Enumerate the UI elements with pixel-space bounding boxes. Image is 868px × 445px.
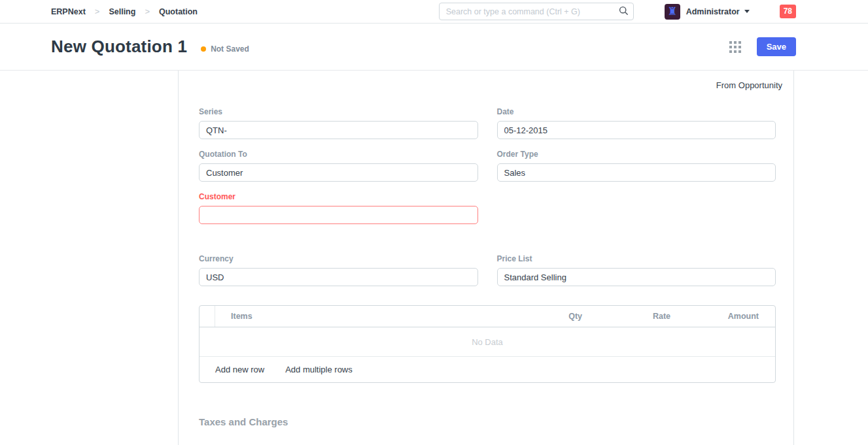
add-multiple-rows-button[interactable]: Add multiple rows [285,365,353,374]
rate-column-header: Rate [582,312,670,321]
customer-input[interactable] [199,206,478,224]
series-label: Series [199,107,478,116]
page-title: New Quotation 1 [51,37,187,57]
breadcrumb-erpnext[interactable]: ERPNext [51,7,86,16]
form-page-body: From Opportunity Series Date Quotation T… [178,71,794,445]
order-type-label: Order Type [497,150,776,159]
items-table: Items Qty Rate Amount No Data Add new ro… [199,305,776,383]
customer-label: Customer [199,192,478,201]
user-avatar: ♜ [665,4,680,20]
status-indicator: Not Saved [201,44,249,54]
empty-cell [497,192,776,235]
row-index-column [200,306,215,327]
section-spacer [199,235,776,254]
items-table-empty-state: No Data [200,327,775,357]
field-quotation-to: Quotation To [199,150,478,182]
save-button[interactable]: Save [757,37,796,56]
from-opportunity-link[interactable]: From Opportunity [716,80,782,90]
page-head: New Quotation 1 Not Saved Save [0,24,868,71]
items-column-header: Items [215,312,494,321]
breadcrumb-quotation[interactable]: Quotation [159,7,198,16]
user-menu[interactable]: ♜ Administrator [665,4,750,20]
chevron-down-icon [744,10,750,13]
items-table-header: Items Qty Rate Amount [200,306,775,327]
date-input[interactable] [497,121,776,139]
field-price-list: Price List [497,254,776,286]
chevron-right-icon: > [145,7,150,16]
price-list-input[interactable] [497,268,776,286]
not-saved-dot-icon [201,46,206,52]
field-currency: Currency [199,254,478,286]
series-input[interactable] [199,121,478,139]
notifications-badge[interactable]: 78 [780,5,796,18]
add-new-row-button[interactable]: Add new row [215,365,264,374]
field-date: Date [497,107,776,139]
date-label: Date [497,107,776,116]
search-icon[interactable] [619,6,629,16]
qty-column-header: Qty [494,312,582,321]
quotation-to-input[interactable] [199,163,478,182]
price-list-label: Price List [497,254,776,263]
quotation-to-label: Quotation To [199,150,478,159]
field-series: Series [199,107,478,139]
menu-grid-icon[interactable] [729,41,741,53]
breadcrumb: ERPNext > Selling > Quotation [51,7,198,16]
taxes-and-charges-section-heading: Taxes and Charges [199,416,793,427]
quotation-form: Series Date Quotation To Order Type Cust… [199,107,776,383]
order-type-input[interactable] [497,163,776,182]
field-order-type: Order Type [497,150,776,182]
amount-column-header: Amount [670,312,775,321]
user-name: Administrator [686,7,740,16]
currency-label: Currency [199,254,478,263]
global-search-input[interactable] [439,3,634,20]
breadcrumb-selling[interactable]: Selling [109,7,135,16]
field-customer: Customer [199,192,478,224]
chevron-right-icon: > [95,7,100,16]
currency-input[interactable] [199,268,478,286]
items-table-footer: Add new row Add multiple rows [200,357,775,382]
status-label: Not Saved [211,44,249,54]
top-navbar: ERPNext > Selling > Quotation ♜ Administ… [0,0,868,24]
